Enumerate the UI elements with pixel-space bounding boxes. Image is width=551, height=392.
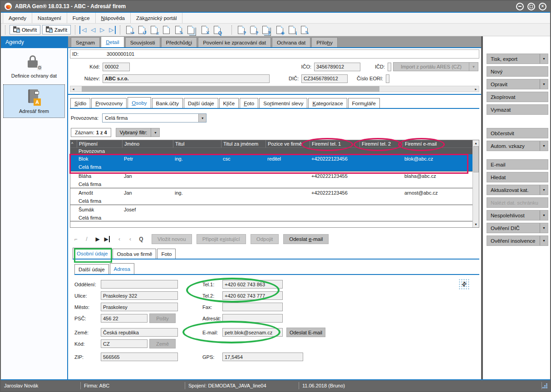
rec-next-icon[interactable]: ▶: [93, 236, 103, 242]
scroll-up-icon[interactable]: ▲: [474, 140, 477, 146]
col-titul-za-jmenem[interactable]: Titul za jménem: [221, 140, 266, 147]
ares-dropdown-icon[interactable]: ▼: [469, 63, 478, 71]
action-hledat[interactable]: Hledat: [487, 172, 548, 182]
scrollbar-thumb[interactable]: [473, 146, 479, 172]
pripojit-existujici-button[interactable]: Připojit existující: [197, 234, 246, 244]
tab-sidlo[interactable]: Sídlo: [70, 98, 90, 108]
refresh-icon[interactable]: [138, 26, 145, 34]
menu-nastaveni[interactable]: Nastavení: [32, 13, 67, 23]
scroll-left-icon[interactable]: ◄: [70, 88, 76, 91]
tab-souvislosti[interactable]: Souvislosti: [125, 37, 160, 47]
col-firemni-tel-1[interactable]: Firemní tel. 1: [310, 140, 359, 147]
icd-input[interactable]: [388, 63, 391, 71]
odeslat-email-button[interactable]: Odeslat e-mail: [283, 234, 329, 244]
nav-prev-icon[interactable]: ◁: [89, 26, 97, 34]
odpojit-button[interactable]: Odpojit: [251, 234, 279, 244]
sidebar-item-definice-ochrany-dat[interactable]: ⚙ Definice ochrany dat: [3, 50, 65, 83]
action-novy[interactable]: Nový: [487, 66, 548, 77]
nav-next-icon[interactable]: ▷: [98, 26, 106, 34]
tab-povoleni[interactable]: Povolení ke zpracování dat: [198, 37, 271, 47]
tab-klice[interactable]: Klíče: [219, 98, 239, 108]
expand-icon[interactable]: ⇅: [458, 279, 469, 289]
posty-button[interactable]: Pošty: [149, 314, 176, 323]
print-icon[interactable]: [151, 26, 157, 34]
rec-page-up-icon[interactable]: ‹: [114, 236, 124, 242]
tab-predchudci[interactable]: Předchůdci: [161, 37, 197, 47]
email-input[interactable]: petr.blok@seznam.cz: [222, 328, 283, 337]
tab-foto-person[interactable]: Foto: [157, 249, 176, 259]
rec-page-up2-icon[interactable]: ‹: [125, 236, 135, 242]
eori-input[interactable]: [386, 74, 389, 83]
dropdown-arrow-icon[interactable]: ▼: [540, 54, 548, 64]
close-agenda-button[interactable]: Zavřít: [42, 25, 71, 34]
tab-osoby[interactable]: Osoby: [128, 97, 151, 108]
menu-zakaznicky-portal[interactable]: Zákaznický portál: [131, 13, 183, 23]
ulice-input[interactable]: Praskolesy 322: [101, 291, 178, 300]
tab-osobni-udaje[interactable]: Osobní údaje: [73, 248, 112, 259]
zeme-button[interactable]: Země: [149, 339, 176, 348]
action-tisk-export[interactable]: Tisk, export▼: [487, 54, 548, 64]
col-firemni-email[interactable]: Firemní e-mail: [403, 140, 472, 147]
switch-occurrence-icon[interactable]: [126, 26, 133, 34]
dropdown-arrow-icon[interactable]: ▼: [540, 211, 548, 220]
dic-input[interactable]: CZ3456789012: [301, 74, 348, 83]
menu-napoveda[interactable]: Nápověda: [96, 13, 131, 23]
related-docs-icon[interactable]: [276, 26, 283, 34]
sort-icon[interactable]: ^: [70, 140, 77, 147]
action-overeni-insolvence[interactable]: Ověření insolvence▼: [487, 235, 548, 246]
col-prijmeni[interactable]: Příjmení: [77, 140, 122, 147]
zip-input[interactable]: 566565: [101, 353, 178, 361]
table-row[interactable]: ŠumákJosef Celá firma: [70, 205, 472, 221]
odeslat-email-form-button[interactable]: Odeslat E-mail: [286, 328, 325, 337]
tab-prilohy[interactable]: Přílohy: [311, 37, 338, 47]
tab-sortimentni-slevy[interactable]: Sortimentní slevy: [259, 98, 307, 108]
feedback-icon[interactable]: [301, 26, 308, 34]
context-help-icon[interactable]: [250, 26, 257, 34]
nav-first-icon[interactable]: ◁: [79, 26, 88, 34]
rec-last-icon[interactable]: ▶: [103, 236, 110, 242]
tab-osoba-ve-firme[interactable]: Osoba ve firmě: [113, 249, 156, 259]
vlozit-novou-button[interactable]: Vložit novou: [152, 234, 192, 244]
table-row[interactable]: ArnoštJan ing. +420222123456 arnost@abc.…: [70, 188, 472, 205]
maximize-button[interactable]: [527, 3, 535, 10]
scroll-right-icon[interactable]: ►: [473, 88, 479, 91]
dropdown-arrow-icon[interactable]: ▼: [540, 223, 548, 233]
action-nespolehlivost[interactable]: Nespolehlivost▼: [487, 210, 548, 220]
fax-input[interactable]: [222, 303, 283, 311]
psc-input[interactable]: 456 22: [101, 314, 148, 323]
info-icon[interactable]: [289, 26, 295, 34]
col-titul[interactable]: Titul: [173, 140, 221, 147]
col-firemni-tel-2[interactable]: Firemní tel. 2: [359, 140, 403, 147]
ico-input[interactable]: 3456789012: [314, 63, 360, 71]
action-overeni-dic[interactable]: Ověření DIČ▼: [487, 223, 548, 233]
tab-provozovny[interactable]: Provozovny: [91, 98, 127, 108]
help-topics-icon[interactable]: [262, 26, 269, 34]
dropdown-arrow-icon[interactable]: ▼: [540, 141, 548, 151]
action-aktualizovat-kat[interactable]: Aktualizovat kat.▼: [487, 185, 548, 195]
preview-icon[interactable]: [214, 26, 221, 34]
minimize-button[interactable]: [516, 3, 524, 10]
mesto-input[interactable]: Praskolesy: [101, 303, 178, 311]
action-obcerstvit[interactable]: Občerstvit: [487, 128, 548, 138]
tel2-input[interactable]: +420 602 743 777: [222, 291, 283, 300]
action-autom-vzkazy[interactable]: Autom. vzkazy▼: [487, 141, 548, 151]
scroll-down-icon[interactable]: ▼: [474, 221, 477, 227]
new-document-icon[interactable]: [163, 26, 170, 34]
nazev-input[interactable]: ABC s.r.o.: [103, 74, 270, 83]
col-jmeno[interactable]: Jméno: [122, 140, 173, 147]
menu-agendy[interactable]: Agendy: [3, 13, 32, 23]
tel1-input[interactable]: +420 602 743 863: [222, 280, 283, 289]
menu-funkce[interactable]: Funkce: [67, 13, 96, 23]
action-vymazat[interactable]: Vymazat: [487, 104, 548, 115]
filter-button[interactable]: Vybraný filtr: ▼: [116, 128, 160, 137]
copy-record-icon[interactable]: [187, 26, 194, 34]
tab-detail[interactable]: Detail: [101, 36, 124, 47]
table-row[interactable]: BlokPetr ing.csc reditel+420222123456 bl…: [70, 154, 472, 171]
dropdown-arrow-icon[interactable]: ▼: [198, 114, 206, 122]
action-zkopirovat[interactable]: Zkopírovat: [487, 92, 548, 102]
col-pozice[interactable]: Pozice ve firmě: [266, 140, 310, 147]
rec-prev-icon[interactable]: /: [82, 236, 92, 242]
help-icon[interactable]: [238, 26, 245, 34]
dropdown-arrow-icon[interactable]: ▼: [540, 79, 548, 89]
sidebar-item-adresar-firem[interactable]: A Adresář firem: [3, 84, 65, 118]
